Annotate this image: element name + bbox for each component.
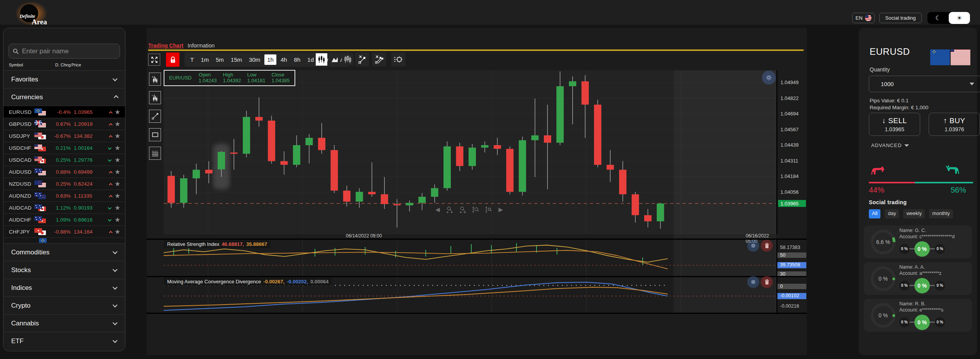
macd-axis[interactable]: 0-0.00102-0.00216 xyxy=(777,277,806,313)
timeframe-T[interactable]: T xyxy=(188,54,196,65)
scroll-left-icon[interactable]: ◀ xyxy=(435,206,440,213)
time-axis[interactable]: 06/14/2022 09:00 06/16/2022 05:00 xyxy=(164,233,776,239)
sidebar-section-etf[interactable]: ETF xyxy=(3,332,125,350)
chart-type-candles-button[interactable] xyxy=(316,53,327,66)
remove-drawing-button[interactable] xyxy=(355,52,369,66)
favorite-star-icon[interactable]: ★ xyxy=(115,121,120,127)
favorite-star-icon[interactable]: ★ xyxy=(115,193,120,199)
pair-row-usdchf[interactable]: USDCHF0.21%1.00164★ xyxy=(3,142,125,154)
sidebar-section-currencies[interactable]: Currencies xyxy=(3,88,125,106)
rsi-value-1: 46.68817, xyxy=(222,241,244,247)
favorite-star-icon[interactable]: ★ xyxy=(115,145,120,151)
scroll-right-icon[interactable]: ▶ xyxy=(499,206,503,213)
rsi-delete-button[interactable] xyxy=(761,240,773,252)
timeframe-1d[interactable]: 1d xyxy=(305,54,317,65)
remove-all-drawings-button[interactable] xyxy=(372,52,386,66)
social-tab-day[interactable]: day xyxy=(885,209,899,218)
add-candle-button[interactable]: +1 xyxy=(149,73,161,86)
pair-row-nzdusd[interactable]: NZDUSD0.25%0.62424★ xyxy=(3,178,125,190)
dark-mode-button[interactable]: ☾ xyxy=(928,12,949,24)
pair-row-eurusd[interactable]: EURUSD-0.4%1.03965★ xyxy=(3,106,125,118)
lock-button[interactable] xyxy=(166,52,179,67)
pair-search[interactable] xyxy=(8,44,120,59)
trend-line-tool-button[interactable] xyxy=(149,110,161,123)
sidebar-section-favorites[interactable]: Favorites xyxy=(3,70,125,88)
social-trading-button[interactable]: Social trading xyxy=(879,13,922,23)
pair-row-audcad[interactable]: AUDCAD1.12%0.90193★ xyxy=(3,202,125,213)
eu-flag-icon xyxy=(39,238,47,243)
zoom-in-x-icon[interactable] xyxy=(446,206,453,213)
timeframe-15m[interactable]: 15m xyxy=(228,54,245,65)
pair-row-audusd[interactable]: AUDUSD0.88%0.69499★ xyxy=(3,166,125,178)
tab-trading-chart[interactable]: Trading Chart xyxy=(148,42,183,49)
pair-symbol: CHFJPY xyxy=(9,229,34,235)
account-stats: 0 %0 %0 % xyxy=(899,278,969,293)
search-input[interactable] xyxy=(22,47,116,55)
zoom-out-x-icon[interactable] xyxy=(459,206,466,213)
rectangle-tool-button[interactable] xyxy=(149,128,161,141)
social-tab-weekly[interactable]: weekly xyxy=(903,209,925,218)
pair-row-gbpusd[interactable]: GBPUSD0.67%1.20919★ xyxy=(3,118,125,130)
pair-change: 0.25% xyxy=(49,157,71,163)
account-card-2[interactable]: 0 %Name: A. A.Account: a*********z0 %0 %… xyxy=(864,262,972,295)
zoom-reset-icon[interactable] xyxy=(486,206,493,213)
pair-row-audnzd[interactable]: AUDNZD0.63%1.11335★ xyxy=(3,190,125,202)
rsi-settings-button[interactable] xyxy=(747,240,759,252)
chart-type-bars-button[interactable] xyxy=(342,53,354,66)
macd-settings-button[interactable] xyxy=(747,276,759,288)
advanced-toggle[interactable]: ADVANCED xyxy=(871,142,909,148)
timeframe-4h[interactable]: 4h xyxy=(278,54,290,65)
social-trading-title: Social trading xyxy=(869,199,907,205)
favorite-star-icon[interactable]: ★ xyxy=(115,229,120,235)
theme-toggle[interactable]: ☾ ☀ xyxy=(928,12,970,24)
fullscreen-button[interactable] xyxy=(148,54,160,66)
sidebar-section-crypto[interactable]: Crypto xyxy=(3,296,125,314)
language-button[interactable]: EN xyxy=(852,13,875,23)
horizontal-lines-tool-button[interactable] xyxy=(149,147,161,160)
pair-price: 1.29776 xyxy=(74,157,97,163)
sidebar-section-stocks[interactable]: Stocks xyxy=(3,261,125,279)
timeframe-1h[interactable]: 1h xyxy=(264,54,276,65)
remove-all-drawings-icon xyxy=(374,55,384,64)
chart-type-area-button[interactable] xyxy=(329,53,340,66)
price-axis[interactable]: 1.049491.048221.046941.045671.044391.043… xyxy=(777,70,806,234)
pair-row-audchf[interactable]: AUDCHF1.09%0.69616★ xyxy=(3,213,125,225)
social-tab-monthly[interactable]: monthly xyxy=(929,209,953,218)
account-card-1[interactable]: 6.6 %Name: G. C.Account: c**************… xyxy=(864,225,972,258)
pair-row-usdcad[interactable]: USDCAD0.25%1.29776★ xyxy=(3,154,125,166)
timeframe-1m[interactable]: 1m xyxy=(198,54,212,65)
quantity-select[interactable]: 1000 xyxy=(869,76,980,92)
favorite-star-icon[interactable]: ★ xyxy=(115,157,120,163)
favorite-star-icon[interactable]: ★ xyxy=(115,181,120,187)
indicators-button[interactable] xyxy=(391,52,405,66)
buy-button[interactable]: ↑ BUY 1.03976 xyxy=(929,113,980,136)
light-mode-button[interactable]: ☀ xyxy=(949,12,970,24)
section-label: Currencies xyxy=(11,93,43,101)
pair-row-usdjpy[interactable]: USDJPY-0.67%134.382★ xyxy=(3,130,125,142)
account-card-3[interactable]: 0 %Name: R. B.Account: e**********s0 %0 … xyxy=(864,299,972,332)
tab-information[interactable]: Information xyxy=(188,42,215,49)
axis-label--0.00102: -0.00102 xyxy=(777,293,806,299)
chevron-down-icon xyxy=(904,144,909,147)
social-tab-all[interactable]: All xyxy=(869,209,880,218)
sidebar-section-cannabis[interactable]: Cannabis xyxy=(3,314,125,332)
favorite-star-icon[interactable]: ★ xyxy=(115,133,120,139)
moon-icon: ☾ xyxy=(935,14,941,22)
sidebar-section-indices[interactable]: Indices xyxy=(3,279,125,296)
sell-button[interactable]: ↓ SELL 1.03965 xyxy=(869,113,920,136)
sidebar-section-commodities[interactable]: Commodities xyxy=(3,243,125,261)
favorite-star-icon[interactable]: ★ xyxy=(115,217,120,223)
favorite-star-icon[interactable]: ★ xyxy=(115,205,120,211)
app-logo[interactable]: Definite Area xyxy=(8,1,59,25)
remove-candle-button[interactable]: −1 xyxy=(149,91,161,104)
pair-row-chfjpy[interactable]: CHFJPY-0.88%134.164★ xyxy=(3,225,125,237)
favorite-star-icon[interactable]: ★ xyxy=(115,109,120,115)
zoom-in-y-icon[interactable] xyxy=(472,206,479,213)
favorite-star-icon[interactable]: ★ xyxy=(115,169,120,175)
rsi-axis[interactable]: 58.173835040.2400539.7350830 xyxy=(777,239,806,276)
timeframe-5m[interactable]: 5m xyxy=(213,54,227,65)
timeframe-30m[interactable]: 30m xyxy=(246,54,263,65)
timeframe-8h[interactable]: 8h xyxy=(291,54,303,65)
macd-delete-button[interactable] xyxy=(761,276,773,288)
chart-settings-button[interactable] xyxy=(762,71,776,85)
